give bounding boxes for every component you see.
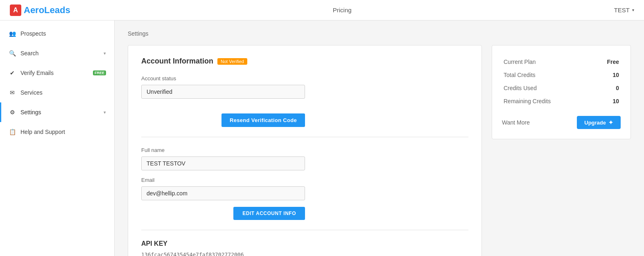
- sidebar-item-label: Prospects: [20, 30, 106, 37]
- divider-2: [141, 230, 468, 230]
- full-name-group: Full name: [141, 147, 468, 170]
- api-key-value: 136fcac567435454e7faf83702772006: [141, 251, 468, 256]
- logo-icon: A: [10, 5, 21, 16]
- credits-used-value: 0: [593, 82, 621, 95]
- api-key-section: API KEY 136fcac567435454e7faf83702772006: [141, 240, 468, 256]
- credits-panel: Current Plan Free Total Credits 10 Credi…: [492, 45, 631, 139]
- want-more-row: Want More Upgrade ✦: [502, 116, 621, 129]
- email-group: Email: [141, 177, 468, 200]
- total-credits-label: Total Credits: [502, 68, 593, 82]
- chevron-down-icon: ▾: [104, 110, 106, 115]
- user-chevron: ▾: [632, 8, 634, 12]
- upgrade-star-icon: ✦: [608, 119, 613, 126]
- credits-row-used: Credits Used 0: [502, 82, 621, 95]
- breadcrumb: Settings: [128, 30, 631, 37]
- upgrade-button[interactable]: Upgrade ✦: [577, 116, 621, 129]
- email-input[interactable]: [141, 186, 305, 200]
- header: A AeroLeads Pricing TEST ▾: [0, 0, 644, 20]
- credits-row-total: Total Credits 10: [502, 68, 621, 82]
- sidebar-item-search[interactable]: 🔍 Search ▾: [0, 43, 114, 63]
- prospects-icon: 👥: [8, 29, 16, 38]
- logo-link[interactable]: A AeroLeads: [10, 5, 70, 16]
- sidebar-item-label: Settings: [20, 109, 99, 116]
- main-content: Settings Account Information Not Verifie…: [115, 20, 644, 256]
- credits-row-remaining: Remaining Credits 10: [502, 95, 621, 108]
- pricing-link[interactable]: Pricing: [333, 7, 352, 14]
- account-status-section: Account status Resend Verification Code: [141, 75, 468, 127]
- account-info-card: Account Information Not Verified Account…: [128, 45, 482, 256]
- chevron-down-icon: ▾: [104, 51, 106, 56]
- section-title: Account Information Not Verified: [141, 57, 468, 66]
- sidebar: 👥 Prospects 🔍 Search ▾ ✔ Verify Emails F…: [0, 20, 115, 256]
- resend-verification-button[interactable]: Resend Verification Code: [221, 113, 305, 127]
- full-name-label: Full name: [141, 147, 468, 153]
- edit-btn-row: EDIT ACCOUNT INFO: [141, 207, 305, 220]
- account-status-label: Account status: [141, 75, 468, 82]
- not-verified-badge: Not Verified: [217, 58, 247, 65]
- help-icon: 📋: [8, 128, 16, 136]
- api-key-title: API KEY: [141, 240, 468, 247]
- services-icon: ✉: [8, 88, 16, 97]
- want-more-label: Want More: [502, 119, 530, 126]
- sidebar-item-prospects[interactable]: 👥 Prospects: [0, 24, 114, 43]
- edit-account-info-button[interactable]: EDIT ACCOUNT INFO: [233, 207, 305, 220]
- current-plan-label: Current Plan: [502, 55, 593, 68]
- logo-text: AeroLeads: [24, 5, 70, 16]
- search-icon: 🔍: [8, 49, 16, 57]
- sidebar-item-label: Search: [20, 50, 99, 57]
- total-credits-value: 10: [593, 68, 621, 82]
- credits-used-label: Credits Used: [502, 82, 593, 95]
- user-menu[interactable]: TEST ▾: [614, 7, 634, 14]
- settings-icon: ⚙: [8, 108, 16, 116]
- free-badge: FREE: [93, 70, 106, 75]
- upgrade-label: Upgrade: [584, 120, 606, 126]
- account-status-group: Account status: [141, 75, 468, 99]
- sidebar-item-help[interactable]: 📋 Help and Support: [0, 122, 114, 142]
- divider: [141, 137, 468, 137]
- account-status-input[interactable]: [141, 85, 305, 99]
- sidebar-item-services[interactable]: ✉ Services: [0, 83, 114, 102]
- full-name-input[interactable]: [141, 156, 305, 170]
- account-info-title: Account Information: [141, 57, 213, 66]
- sidebar-item-settings[interactable]: ⚙ Settings ▾: [0, 102, 114, 122]
- current-plan-value: Free: [593, 55, 621, 68]
- content-row: Account Information Not Verified Account…: [128, 45, 631, 256]
- verify-icon: ✔: [8, 69, 16, 77]
- credits-row-plan: Current Plan Free: [502, 55, 621, 68]
- sidebar-item-verify-emails[interactable]: ✔ Verify Emails FREE: [0, 63, 114, 83]
- credits-table: Current Plan Free Total Credits 10 Credi…: [502, 55, 621, 108]
- remaining-credits-value: 10: [593, 95, 621, 108]
- email-label: Email: [141, 177, 468, 183]
- header-nav: Pricing: [333, 7, 352, 14]
- sidebar-item-label: Help and Support: [20, 129, 106, 135]
- layout: 👥 Prospects 🔍 Search ▾ ✔ Verify Emails F…: [0, 20, 644, 256]
- sidebar-item-label: Verify Emails: [20, 70, 87, 76]
- sidebar-item-label: Services: [20, 89, 106, 96]
- remaining-credits-label: Remaining Credits: [502, 95, 593, 108]
- user-label: TEST: [614, 7, 630, 14]
